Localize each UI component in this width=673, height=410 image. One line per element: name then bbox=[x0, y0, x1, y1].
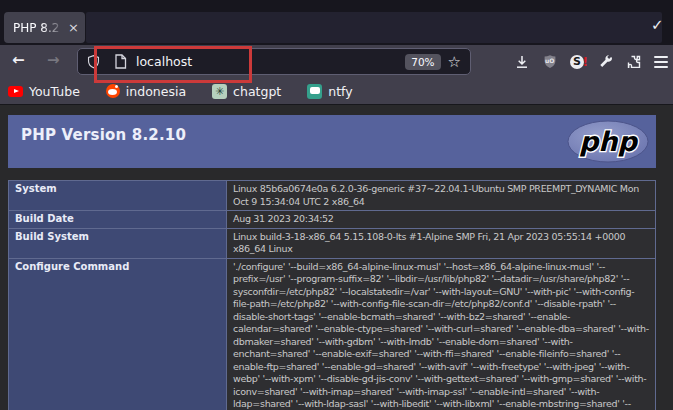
ublock-badge-text: uO bbox=[545, 57, 554, 64]
row-value: Aug 31 2023 20:34:52 bbox=[227, 211, 656, 229]
bookmark-chatgpt[interactable]: ✳ chatgpt bbox=[212, 84, 281, 99]
tab-close-icon[interactable]: × bbox=[68, 21, 79, 34]
zoom-level-badge[interactable]: 70% bbox=[405, 54, 440, 70]
extension-s-icon[interactable]: S ! bbox=[570, 54, 586, 70]
extensions-puzzle-icon[interactable] bbox=[626, 54, 642, 70]
bookmark-youtube[interactable]: YouTube bbox=[8, 84, 80, 99]
menu-icon[interactable] bbox=[654, 56, 668, 68]
tab-title: PHP 8.2 bbox=[13, 21, 66, 35]
back-button[interactable]: ← bbox=[12, 51, 25, 69]
tab-strip-background bbox=[86, 12, 662, 43]
table-row: Build Date Aug 31 2023 20:34:52 bbox=[9, 211, 656, 229]
page-title: PHP Version 8.2.10 bbox=[8, 115, 656, 144]
row-value: Linux build-3-18-x86_64 5.15.108-0-lts #… bbox=[227, 228, 656, 258]
row-label: System bbox=[9, 181, 227, 211]
phpinfo-header: PHP Version 8.2.10 php bbox=[8, 115, 656, 168]
row-value: Linux 85b6a0674e0a 6.2.0-36-generic #37~… bbox=[227, 181, 656, 211]
forward-button[interactable]: → bbox=[47, 51, 60, 69]
page-content: PHP Version 8.2.10 php System Linux 85b6… bbox=[0, 105, 673, 410]
bookmark-label: YouTube bbox=[29, 84, 80, 99]
bookmark-label: indonesia bbox=[126, 84, 186, 99]
bookmark-label: chatgpt bbox=[233, 84, 281, 99]
annotation-accept-check-icon[interactable]: ✓ bbox=[651, 16, 664, 34]
browser-tab[interactable]: PHP 8.2 × bbox=[4, 12, 85, 43]
row-value: './configure' '--build=x86_64-alpine-lin… bbox=[227, 258, 656, 410]
php-logo-text: php bbox=[579, 126, 639, 157]
table-row: Build System Linux build-3-18-x86_64 5.1… bbox=[9, 228, 656, 258]
table-row: Configure Command './configure' '--build… bbox=[9, 258, 656, 410]
downloads-icon[interactable] bbox=[514, 54, 530, 70]
reddit-icon bbox=[106, 84, 120, 98]
phpinfo-table: System Linux 85b6a0674e0a 6.2.0-36-gener… bbox=[8, 180, 656, 410]
s-exclamation: ! bbox=[583, 55, 588, 69]
annotation-rectangle bbox=[94, 46, 252, 83]
youtube-icon bbox=[8, 86, 23, 97]
row-label: Configure Command bbox=[9, 258, 227, 410]
bookmark-label: ntfy bbox=[328, 84, 352, 99]
wrench-icon[interactable] bbox=[598, 54, 614, 70]
tab-bar: PHP 8.2 × ✓ bbox=[0, 0, 673, 45]
row-label: Build System bbox=[9, 228, 227, 258]
bookmark-star-icon[interactable]: ☆ bbox=[448, 53, 461, 71]
table-row: System Linux 85b6a0674e0a 6.2.0-36-gener… bbox=[9, 181, 656, 211]
chatgpt-icon: ✳ bbox=[212, 84, 227, 99]
ntfy-icon bbox=[307, 84, 322, 99]
ublock-origin-icon[interactable]: uO bbox=[542, 54, 558, 70]
bookmark-indonesia[interactable]: indonesia bbox=[106, 84, 186, 99]
toolbar-icons: uO S ! bbox=[514, 45, 668, 78]
row-label: Build Date bbox=[9, 211, 227, 229]
bookmark-ntfy[interactable]: ntfy bbox=[307, 84, 352, 99]
php-logo: php bbox=[565, 118, 651, 165]
